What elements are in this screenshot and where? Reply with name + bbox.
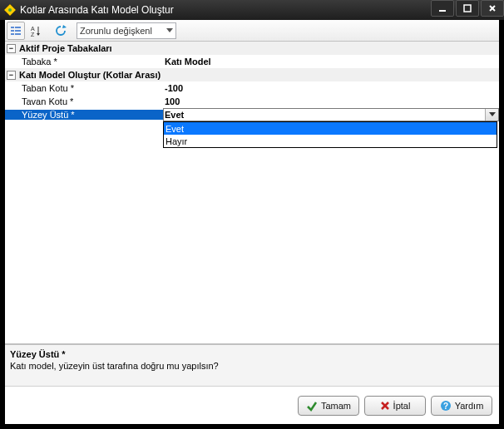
toolbar: A Z Zorunlu değişkenl [5, 20, 499, 42]
svg-rect-4 [464, 5, 471, 12]
property-label: Tabaka * [5, 57, 163, 67]
app-icon [3, 3, 17, 17]
svg-rect-10 [15, 30, 21, 32]
property-value[interactable]: 100 [163, 96, 499, 106]
dropdown-list: Evet Hayır [163, 121, 497, 148]
svg-marker-16 [37, 33, 40, 36]
svg-marker-17 [62, 25, 67, 28]
svg-marker-18 [166, 28, 173, 32]
help-button[interactable]: ? Yardım [431, 396, 492, 416]
minimize-button[interactable] [431, 0, 454, 17]
category-row[interactable]: − Aktif Proje Tabakaları [5, 42, 499, 55]
filter-combo-text: Zorunlu değişkenl [80, 26, 152, 36]
category-row[interactable]: − Katı Model Oluştur (Kotlar Arası) [5, 68, 499, 81]
property-label: Tavan Kotu * [5, 96, 163, 106]
property-value-combo[interactable]: Evet [163, 108, 499, 121]
svg-text:A: A [31, 26, 35, 32]
svg-text:?: ? [443, 402, 448, 411]
property-value[interactable]: Katı Model [163, 57, 499, 67]
svg-marker-19 [489, 112, 496, 116]
refresh-button[interactable] [52, 22, 70, 40]
check-icon [306, 400, 318, 412]
dropdown-option[interactable]: Evet [164, 122, 497, 135]
property-value[interactable]: -100 [163, 83, 499, 93]
property-row[interactable]: Taban Kotu * -100 [5, 81, 499, 95]
help-button-label: Yardım [455, 401, 484, 411]
sort-az-button[interactable]: A Z [27, 22, 45, 40]
svg-point-2 [8, 8, 12, 12]
maximize-button[interactable] [456, 0, 479, 17]
svg-rect-8 [15, 27, 21, 28]
property-row[interactable]: Tabaka * Katı Model [5, 55, 499, 68]
svg-rect-9 [11, 30, 14, 32]
categorize-button[interactable] [7, 22, 25, 40]
collapse-icon[interactable]: − [7, 44, 16, 53]
titlebar: Kotlar Arasında Katı Model Oluştur [0, 0, 504, 20]
button-bar: Tamam İptal ? Yardım [5, 386, 499, 424]
ok-button[interactable]: Tamam [298, 396, 359, 416]
description-pane: Yüzey Üstü * Katı model, yüzeyin üst tar… [5, 344, 499, 386]
property-row-selected[interactable]: Yüzey Üstü * Evet [5, 108, 499, 121]
svg-rect-7 [11, 27, 14, 28]
cancel-button[interactable]: İptal [364, 396, 426, 416]
x-icon [380, 401, 390, 411]
description-title: Yüzey Üstü * [10, 348, 494, 360]
ok-button-label: Tamam [321, 401, 351, 411]
property-label: Yüzey Üstü * [5, 110, 163, 120]
property-value: Evet [165, 110, 184, 120]
svg-rect-3 [439, 10, 446, 12]
svg-rect-11 [11, 33, 14, 35]
cancel-button-label: İptal [393, 401, 411, 411]
svg-rect-12 [15, 33, 21, 35]
property-grid: − Aktif Proje Tabakaları Tabaka * Katı M… [5, 42, 499, 344]
category-label: Aktif Proje Tabakaları [19, 43, 112, 53]
category-label: Katı Model Oluştur (Kotlar Arası) [19, 70, 161, 80]
window-title: Kotlar Arasında Katı Model Oluştur [20, 4, 429, 16]
help-icon: ? [440, 400, 452, 412]
close-button[interactable] [481, 0, 504, 17]
svg-text:Z: Z [31, 32, 35, 37]
property-label: Taban Kotu * [5, 83, 163, 93]
description-text: Katı model, yüzeyin üst tarafına doğru m… [10, 360, 494, 372]
filter-combo[interactable]: Zorunlu değişkenl [77, 22, 176, 39]
collapse-icon[interactable]: − [7, 71, 16, 80]
chevron-down-icon [166, 28, 173, 33]
chevron-down-icon[interactable] [485, 109, 498, 121]
property-row[interactable]: Tavan Kotu * 100 [5, 95, 499, 108]
dropdown-option[interactable]: Hayır [164, 135, 497, 147]
